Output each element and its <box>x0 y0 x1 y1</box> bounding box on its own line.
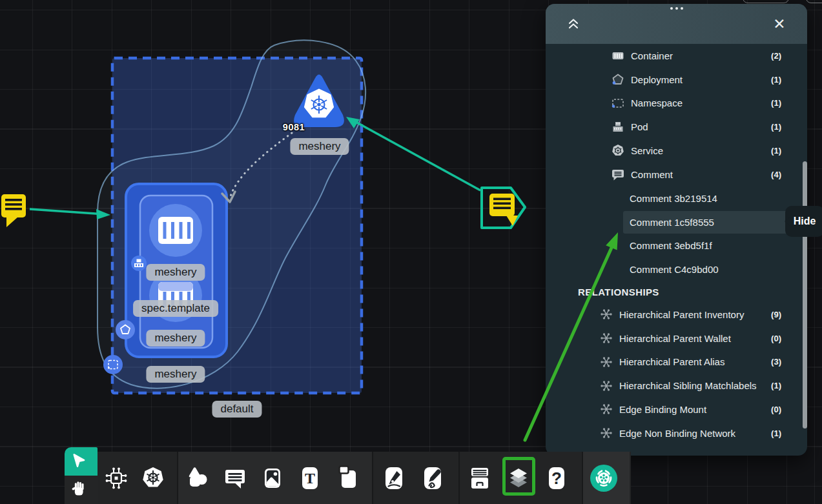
relationship-icon <box>599 331 614 345</box>
tool-text-button[interactable]: T <box>296 459 329 498</box>
close-icon: ✕ <box>773 14 785 34</box>
comment-bubble-icon <box>220 471 250 485</box>
chevron-double-up-icon <box>566 17 581 31</box>
container-node-1[interactable] <box>149 204 202 257</box>
layers-icon <box>504 471 533 485</box>
text-icon: T <box>295 471 325 485</box>
deployment-name-label: meshery <box>146 366 205 383</box>
tool-note-button[interactable] <box>334 459 367 498</box>
tool-layers-button[interactable] <box>505 459 537 498</box>
component-label: Namespace <box>631 97 683 108</box>
comment-icon <box>610 167 626 181</box>
tool-pencil-button[interactable] <box>419 459 451 498</box>
drawer-icon <box>465 471 495 485</box>
panel-scrollbar[interactable] <box>803 161 807 428</box>
tool-meshery-button[interactable] <box>590 459 622 498</box>
comment-item-row[interactable]: Comment C4c9bd00 <box>546 257 807 281</box>
image-icon <box>258 471 287 485</box>
tool-pen-button[interactable] <box>380 459 413 498</box>
component-row-comment[interactable]: Comment(4) <box>546 163 807 186</box>
tool-help-button[interactable]: ? <box>543 459 575 498</box>
relationship-icon <box>599 355 614 369</box>
elements-panel: ✕ Container(2)Deployment(1)Namespace(1)P… <box>546 4 807 456</box>
pencil-icon <box>418 471 447 485</box>
toolbar-group-annotations: T <box>177 452 372 504</box>
relationship-label: Hierarchical Parent Alias <box>619 356 724 367</box>
relationship-label: Edge Non Binding Network <box>619 428 735 439</box>
chip-icon <box>101 471 131 485</box>
toolbar-group-drawing <box>372 452 458 504</box>
svg-text:T: T <box>305 470 315 487</box>
bottom-toolbar: T ? <box>98 452 631 504</box>
component-count: (2) <box>771 51 781 61</box>
toolbar-group-brand <box>582 452 630 504</box>
container-name-label: meshery <box>146 264 205 281</box>
relationship-row[interactable]: Edge Binding Mount(0) <box>546 398 807 421</box>
component-row-pod[interactable]: Pod(1) <box>546 115 807 139</box>
deployment-icon <box>610 72 626 86</box>
tool-drawer-button[interactable] <box>466 459 498 498</box>
relationship-icon <box>599 402 614 416</box>
relationship-list: Hierarchical Parent Inventory(9)Hierarch… <box>546 303 807 456</box>
namespace-name-label: default <box>212 401 262 418</box>
pod-kind-badge <box>131 256 147 271</box>
component-row-container[interactable]: Container(2) <box>546 44 807 68</box>
tool-select-button[interactable] <box>65 447 98 476</box>
panel-header[interactable]: ✕ <box>546 4 807 44</box>
tool-image-button[interactable] <box>259 459 291 498</box>
component-label: Container <box>631 50 673 61</box>
pen-icon <box>379 471 409 485</box>
tool-kubernetes-button[interactable] <box>139 459 172 498</box>
close-panel-button[interactable]: ✕ <box>770 14 789 34</box>
cursor-icon <box>64 454 94 469</box>
comment-item-label: Comment 1c5f8555 <box>630 217 714 228</box>
note-icon <box>333 471 363 485</box>
service-port-label: 9081 <box>283 122 305 132</box>
design-canvas-screen: 9081 meshery meshery spec.template meshe… <box>0 0 822 504</box>
question-icon: ? <box>542 471 571 485</box>
comment-item-row[interactable]: Comment 3b219514 <box>546 186 807 210</box>
comment-node-left[interactable] <box>1 194 26 227</box>
relationship-row[interactable]: Hierarchical Parent Alias(3) <box>546 350 807 374</box>
hide-tooltip: Hide <box>785 206 822 237</box>
hide-tooltip-label: Hide <box>794 216 816 227</box>
comment-item-row[interactable]: Comment 1c5f8555 <box>546 210 807 234</box>
spec-template-label: spec.template <box>133 300 218 317</box>
relationship-row[interactable]: Hierarchical Sibling Matchlabels(1) <box>546 374 807 398</box>
comment-item-label: Comment 3b219514 <box>630 193 717 204</box>
component-label: Pod <box>631 121 648 132</box>
relationship-label: Hierarchical Parent Inventory <box>619 309 744 320</box>
relationship-row[interactable]: Hierarchical Parent Inventory(9) <box>546 303 807 327</box>
component-label: Service <box>631 145 663 156</box>
comment-node-right-selected[interactable] <box>482 188 525 228</box>
component-count: (4) <box>771 170 781 179</box>
relationship-icon <box>599 307 614 321</box>
collapse-panel-button[interactable] <box>564 14 583 34</box>
relationship-row[interactable]: Edge Non Binding Network(1) <box>546 421 807 445</box>
component-row-service[interactable]: Service(1) <box>546 139 807 163</box>
drag-handle-icon[interactable] <box>670 7 683 10</box>
component-count: (1) <box>771 75 781 85</box>
kubernetes-icon <box>138 471 168 485</box>
toolbar-group-misc: ? <box>458 452 582 504</box>
relationships-section-title: RELATIONSHIPS <box>546 282 807 303</box>
tool-pan-button[interactable] <box>65 476 98 504</box>
clipped-top-widget <box>743 0 789 3</box>
relationship-row[interactable]: Hierarchical Parent Wallet(0) <box>546 327 807 350</box>
toolbar-group-components <box>98 452 177 504</box>
tool-components-button[interactable] <box>103 459 135 498</box>
tool-comment-button[interactable] <box>221 459 254 498</box>
comment-right-edge <box>346 117 480 190</box>
comment-item-row[interactable]: Comment 3ebd5f1f <box>546 234 807 258</box>
component-list: Container(2)Deployment(1)Namespace(1)Pod… <box>546 44 807 186</box>
component-label: Deployment <box>631 74 683 85</box>
container-icon <box>610 48 626 63</box>
relationship-icon <box>599 426 614 440</box>
service-name-label: meshery <box>290 138 349 155</box>
relationship-count: (1) <box>771 381 781 390</box>
component-row-deployment[interactable]: Deployment(1) <box>546 68 807 92</box>
tool-shapes-button[interactable] <box>183 459 216 498</box>
component-row-namespace[interactable]: Namespace(1) <box>546 92 807 116</box>
pointer-tool-group <box>65 447 98 504</box>
pod-name-label: meshery <box>146 330 205 347</box>
